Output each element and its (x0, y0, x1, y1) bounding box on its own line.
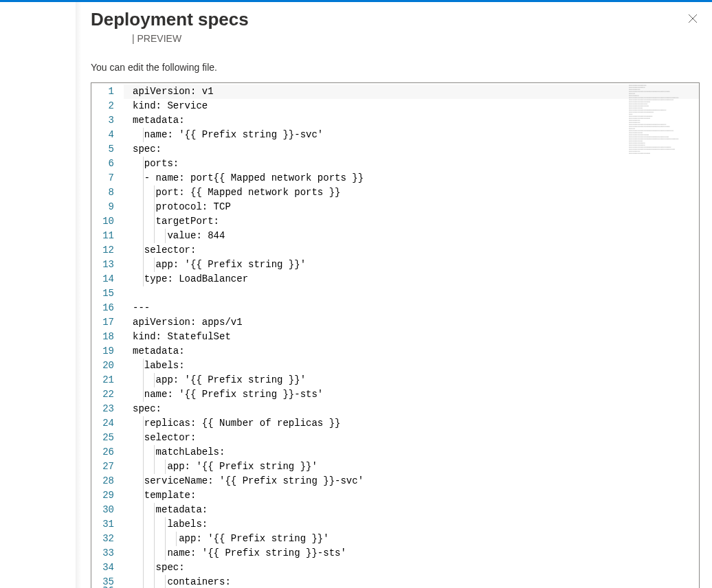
code-line[interactable]: kind: StatefulSet (124, 330, 699, 344)
code-line[interactable]: labels: (124, 359, 699, 373)
code-line[interactable]: metadata: (124, 113, 699, 128)
code-text: name: '{{ Prefix string }}-sts' (133, 389, 323, 400)
code-line[interactable]: replicas: {{ Number of replicas }} (124, 416, 699, 431)
code-line[interactable]: containers: (124, 575, 699, 588)
indent-guide (143, 474, 144, 488)
code-text: kind: StatefulSet (133, 331, 231, 342)
code-text: value: 844 (133, 230, 225, 241)
code-text: containers: (133, 576, 231, 587)
code-line[interactable]: metadata: (124, 503, 699, 517)
code-line[interactable]: type: LoadBalancer (124, 272, 699, 286)
indent-guide (143, 214, 144, 229)
code-line[interactable]: app: '{{ Prefix string }}' (124, 258, 699, 272)
code-line[interactable]: port: {{ Mapped network ports }} (124, 185, 699, 200)
line-number: 4 (91, 128, 124, 142)
line-number-gutter: 1234567891011121314151617181920212223242… (91, 83, 124, 588)
code-line[interactable]: apiVersion: v1 (124, 84, 699, 99)
code-line[interactable]: --- (124, 301, 699, 315)
code-line[interactable]: apiVersion: apps/v1 (124, 315, 699, 330)
indent-guide (154, 373, 155, 387)
code-content-area[interactable]: apiVersion: v1kind: Servicemetadata: nam… (124, 83, 699, 588)
indent-guide (143, 258, 144, 272)
code-line[interactable]: metadata: (124, 344, 699, 359)
indent-guide (143, 460, 144, 474)
code-line[interactable]: labels: (124, 517, 699, 532)
indent-guide (165, 546, 166, 561)
indent-guide (143, 272, 144, 286)
code-line[interactable]: app: '{{ Prefix string }}' (124, 373, 699, 387)
code-line[interactable]: selector: (124, 243, 699, 258)
code-line[interactable]: spec: (124, 142, 699, 157)
code-text: metadata: (133, 115, 185, 126)
code-line[interactable]: targetPort: (124, 214, 699, 229)
indent-guide (143, 387, 144, 402)
code-text: app: '{{ Prefix string }}' (133, 259, 306, 270)
indent-guide (154, 185, 155, 200)
code-line[interactable]: kind: Service (124, 99, 699, 113)
code-line[interactable]: name: '{{ Prefix string }}-svc' (124, 128, 699, 142)
code-line[interactable]: value: 844 (124, 229, 699, 243)
indent-guide (154, 561, 155, 575)
indent-guide (143, 575, 144, 588)
code-line[interactable]: - name: port{{ Mapped network ports }} (124, 171, 699, 185)
code-line[interactable]: spec: (124, 402, 699, 416)
code-text: apiVersion: v1 (133, 86, 214, 97)
code-line[interactable]: matchLabels: (124, 445, 699, 460)
indent-guide (154, 258, 155, 272)
line-number: 18 (91, 330, 124, 344)
indent-guide (143, 431, 144, 445)
code-line[interactable]: template: (124, 488, 699, 503)
code-line[interactable]: serviceName: '{{ Prefix string }}-svc' (124, 474, 699, 488)
code-line[interactable] (124, 286, 699, 301)
indent-guide (165, 532, 166, 546)
code-line[interactable]: ports: (124, 157, 699, 171)
code-text: targetPort: (133, 216, 219, 227)
line-number: 2 (91, 99, 124, 113)
code-text: spec: (133, 403, 162, 414)
line-number: 7 (91, 171, 124, 185)
code-text: kind: Service (133, 100, 208, 111)
indent-guide (143, 128, 144, 142)
code-line[interactable]: name: '{{ Prefix string }}-sts' (124, 387, 699, 402)
indent-guide (143, 416, 144, 431)
indent-guide (143, 445, 144, 460)
indent-guide (165, 229, 166, 243)
line-number: 15 (91, 286, 124, 301)
code-text: app: '{{ Prefix string }}' (133, 374, 306, 385)
code-line[interactable]: name: '{{ Prefix string }}-sts' (124, 546, 699, 561)
line-number: 20 (91, 359, 124, 373)
code-text: app: '{{ Prefix string }}' (133, 533, 329, 544)
code-line[interactable]: selector: (124, 431, 699, 445)
code-text: type: LoadBalancer (133, 273, 248, 284)
line-number: 16 (91, 301, 124, 315)
indent-guide (143, 373, 144, 387)
line-number: 13 (91, 258, 124, 272)
close-button[interactable] (686, 13, 700, 27)
code-line[interactable]: app: '{{ Prefix string }}' (124, 460, 699, 474)
code-text: spec: (133, 562, 185, 573)
indent-guide (154, 445, 155, 460)
indent-guide (154, 575, 155, 588)
indent-guide (143, 171, 144, 185)
code-text: name: '{{ Prefix string }}-svc' (133, 129, 323, 140)
code-line[interactable]: protocol: TCP (124, 200, 699, 214)
partial-line-number: 36 (91, 583, 124, 588)
code-line[interactable]: app: '{{ Prefix string }}' (124, 532, 699, 546)
indent-guide (154, 546, 155, 561)
code-editor[interactable]: 1234567891011121314151617181920212223242… (91, 82, 700, 588)
line-number: 25 (91, 431, 124, 445)
indent-guide (165, 460, 166, 474)
code-text: selector: (133, 245, 196, 256)
code-text: template: (133, 490, 196, 501)
line-number: 14 (91, 272, 124, 286)
code-line[interactable]: spec: (124, 561, 699, 575)
indent-guide (143, 503, 144, 517)
line-number: 12 (91, 243, 124, 258)
line-number: 1 (91, 84, 124, 99)
code-text: metadata: (133, 346, 185, 357)
line-number: 30 (91, 503, 124, 517)
line-number: 32 (91, 532, 124, 546)
code-text: serviceName: '{{ Prefix string }}-svc' (133, 475, 364, 486)
code-text: labels: (133, 519, 208, 530)
close-icon (688, 14, 698, 26)
